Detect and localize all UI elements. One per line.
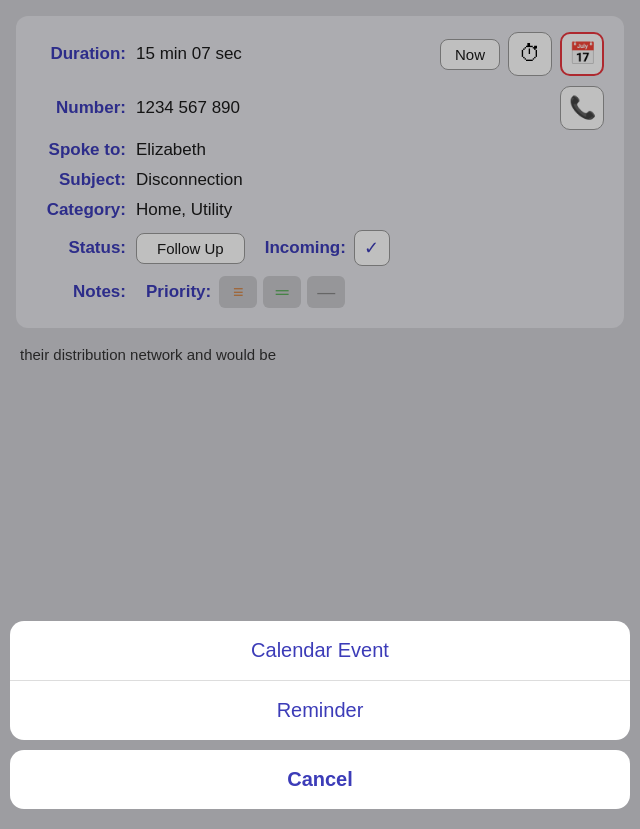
reminder-option[interactable]: Reminder <box>10 681 630 740</box>
action-sheet-overlay: Calendar Event Reminder Cancel <box>0 0 640 829</box>
cancel-button[interactable]: Cancel <box>10 750 630 809</box>
calendar-event-option[interactable]: Calendar Event <box>10 621 630 681</box>
action-sheet: Calendar Event Reminder <box>10 621 630 740</box>
